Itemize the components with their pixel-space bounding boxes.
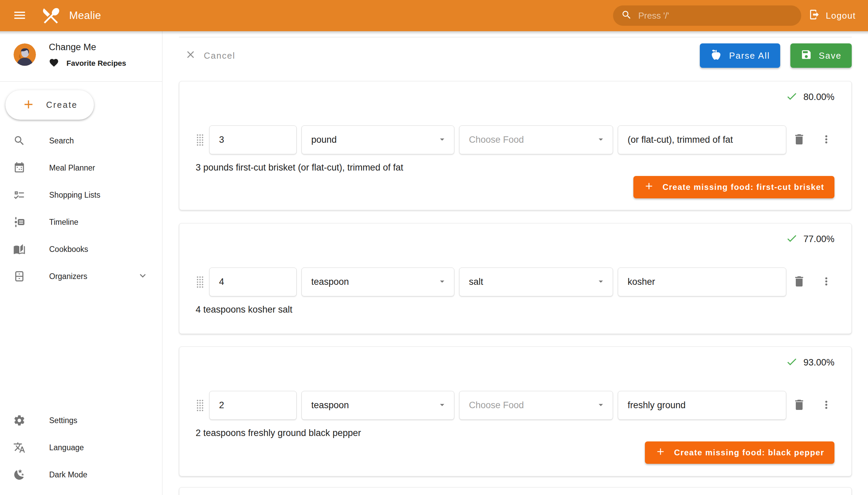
sidebar-item-timeline[interactable]: Timeline — [0, 208, 162, 236]
parse-all-label: Parse All — [729, 51, 770, 61]
unit-select[interactable]: teaspoon — [302, 391, 454, 420]
logout-label: Logout — [826, 11, 856, 21]
menu-down-icon — [596, 400, 606, 411]
sidebar-item-label: Organizers — [49, 272, 87, 281]
note-input[interactable] — [618, 268, 786, 296]
check-icon — [786, 90, 798, 104]
logout-button[interactable]: Logout — [809, 9, 856, 23]
menu-down-icon — [596, 134, 606, 146]
unit-select[interactable]: pound — [302, 125, 454, 154]
sidebar-item-settings[interactable]: Settings — [0, 407, 162, 434]
timeline-icon — [13, 216, 26, 228]
trash-icon — [793, 275, 806, 289]
apple-icon — [710, 49, 722, 63]
sidebar-item-organizers[interactable]: Organizers — [0, 263, 162, 290]
quantity-input[interactable] — [209, 391, 296, 420]
drag-handle-icon[interactable] — [195, 134, 204, 147]
food-select-placeholder: Choose Food — [469, 400, 596, 411]
global-search[interactable] — [613, 5, 801, 26]
sidebar-item-shopping-lists[interactable]: Shopping Lists — [0, 182, 162, 208]
menu-down-icon — [437, 400, 447, 411]
create-missing-food-label: Create missing food: black pepper — [674, 448, 824, 457]
cancel-label: Cancel — [204, 51, 235, 61]
favorite-recipes-label: Favorite Recipes — [66, 59, 126, 68]
open-book-icon — [13, 243, 26, 255]
food-select-value: salt — [469, 277, 596, 287]
sidebar-item-label: Settings — [49, 416, 77, 425]
sidebar-item-language[interactable]: Language — [0, 434, 162, 461]
delete-button[interactable] — [791, 132, 807, 148]
global-search-input[interactable] — [638, 11, 793, 21]
more-options-button[interactable] — [818, 397, 834, 414]
floppy-disk-icon — [801, 49, 812, 63]
note-input[interactable] — [618, 126, 786, 154]
main-content: Cancel Parse All Save — [163, 31, 868, 495]
close-icon — [185, 49, 196, 63]
sidebar-item-dark-mode[interactable]: Dark Mode — [0, 461, 162, 488]
drag-handle-icon[interactable] — [195, 399, 204, 412]
plus-icon — [22, 98, 35, 112]
create-missing-food-button[interactable]: Create missing food: black pepper — [645, 441, 834, 464]
favorite-recipes-link[interactable]: Favorite Recipes — [49, 58, 126, 69]
calendar-icon — [13, 162, 26, 174]
food-select[interactable]: salt — [459, 268, 613, 296]
drag-handle-icon[interactable] — [195, 276, 204, 289]
sidebar-menu: Search Meal Planner Shopping Lists Timel… — [0, 127, 162, 290]
dots-vertical-icon — [820, 275, 832, 289]
list-checks-icon — [13, 189, 26, 201]
sidebar-item-label: Search — [49, 136, 74, 146]
parser-toolbar: Cancel Parse All Save — [185, 44, 852, 68]
create-button[interactable]: Create — [5, 90, 94, 120]
more-options-button[interactable] — [818, 274, 834, 290]
sidebar-item-cookbooks[interactable]: Cookbooks — [0, 236, 162, 263]
unit-select-value: pound — [311, 135, 437, 145]
chevron-down-icon[interactable] — [137, 270, 149, 283]
confidence-value: 77.00% — [803, 234, 834, 244]
save-button[interactable]: Save — [790, 44, 852, 68]
unit-select[interactable]: teaspoon — [302, 268, 454, 296]
create-missing-food-label: Create missing food: first-cut brisket — [663, 183, 824, 192]
delete-button[interactable] — [791, 274, 807, 290]
parse-all-button[interactable]: Parse All — [700, 44, 780, 68]
menu-down-icon — [437, 134, 447, 146]
note-input[interactable] — [618, 391, 786, 420]
user-name: Change Me — [49, 41, 126, 53]
content-top-divider — [179, 37, 852, 37]
sidebar: Change Me Favorite Recipes Create — [0, 31, 163, 495]
plus-icon — [644, 181, 654, 193]
confidence-value: 80.00% — [803, 92, 834, 102]
create-missing-food-button[interactable]: Create missing food: first-cut brisket — [633, 176, 834, 198]
delete-button[interactable] — [791, 397, 807, 414]
menu-down-icon — [596, 276, 606, 288]
cancel-button[interactable]: Cancel — [185, 49, 235, 63]
hamburger-menu-button[interactable] — [10, 6, 29, 25]
magnify-icon — [13, 135, 26, 147]
food-select[interactable]: Choose Food — [459, 391, 613, 420]
menu-down-icon — [437, 276, 447, 288]
food-select-placeholder: Choose Food — [469, 135, 596, 145]
heart-icon — [49, 58, 59, 69]
create-button-label: Create — [46, 100, 78, 110]
app-title: Mealie — [69, 10, 101, 22]
confidence-row: 93.00% — [195, 356, 834, 369]
quantity-input[interactable] — [209, 126, 296, 154]
dots-vertical-icon — [820, 133, 832, 147]
unit-select-value: teaspoon — [311, 400, 437, 411]
ingredient-card: 93.00% teaspoon Choose Food — [179, 346, 852, 476]
sidebar-footer-menu: Settings Language Dark Mode — [0, 407, 162, 488]
user-profile: Change Me Favorite Recipes — [0, 31, 162, 81]
food-select[interactable]: Choose Food — [459, 125, 613, 154]
dots-vertical-icon — [820, 399, 832, 412]
more-options-button[interactable] — [818, 132, 834, 148]
check-icon — [786, 356, 798, 369]
sidebar-item-label: Meal Planner — [49, 164, 95, 173]
sidebar-divider — [0, 81, 162, 82]
original-ingredient-text: 4 teaspoons kosher salt — [195, 305, 834, 316]
sidebar-item-search[interactable]: Search — [0, 127, 162, 154]
sidebar-item-meal-planner[interactable]: Meal Planner — [0, 154, 162, 182]
original-ingredient-text: 2 teaspoons freshly ground black pepper — [195, 428, 834, 439]
user-avatar[interactable] — [14, 44, 36, 66]
save-label: Save — [819, 51, 841, 61]
quantity-input[interactable] — [209, 268, 296, 296]
unit-select-value: teaspoon — [311, 277, 437, 287]
